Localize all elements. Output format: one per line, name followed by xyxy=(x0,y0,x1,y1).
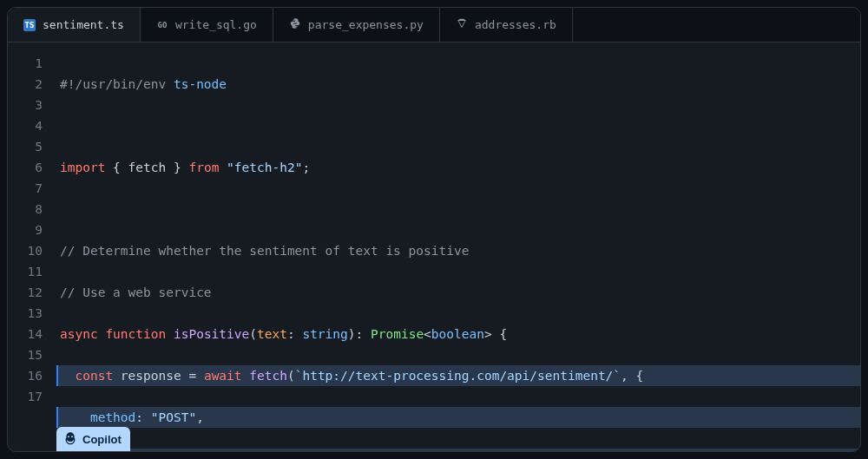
go-icon: GO xyxy=(156,19,168,31)
code-line xyxy=(56,115,860,136)
code-line: body: `text=${text}`, xyxy=(56,449,860,451)
line-number: 11 xyxy=(8,261,43,282)
tab-label: write_sql.go xyxy=(175,18,257,31)
code-line: // Use a web service xyxy=(56,282,860,303)
line-number: 15 xyxy=(8,344,43,365)
line-number: 7 xyxy=(8,178,43,199)
tab-sentiment[interactable]: TS sentiment.ts xyxy=(8,8,141,42)
line-number: 12 xyxy=(8,282,43,303)
line-number: 8 xyxy=(8,199,43,220)
copilot-label: Copilot xyxy=(82,433,122,446)
line-number: 2 xyxy=(8,74,43,95)
line-number: 1 xyxy=(8,53,43,74)
line-number: 6 xyxy=(8,157,43,178)
tab-label: addresses.rb xyxy=(475,18,556,31)
tab-label: sentiment.ts xyxy=(43,18,124,31)
python-icon xyxy=(289,17,301,32)
tab-label: parse_expenses.py xyxy=(308,18,424,31)
code-line xyxy=(56,199,860,220)
line-number: 3 xyxy=(8,95,43,115)
code-line: async function isPositive(text: string):… xyxy=(56,324,860,344)
line-number: 10 xyxy=(8,240,43,261)
tab-parse-expenses[interactable]: parse_expenses.py xyxy=(273,8,440,42)
editor-window: TS sentiment.ts GO write_sql.go parse_ex… xyxy=(7,7,861,452)
line-number: 17 xyxy=(8,386,43,407)
line-number: 16 xyxy=(8,365,43,386)
line-number: 9 xyxy=(8,220,43,240)
code-line: method: "POST", xyxy=(56,407,860,428)
line-number-gutter: 1 2 3 4 5 6 7 8 9 10 11 12 13 14 15 16 1… xyxy=(8,53,56,451)
code-line: // Determine whether the sentiment of te… xyxy=(56,240,860,261)
code-area[interactable]: 1 2 3 4 5 6 7 8 9 10 11 12 13 14 15 16 1… xyxy=(8,43,860,451)
ts-icon: TS xyxy=(23,19,36,31)
line-number: 4 xyxy=(8,115,43,136)
tab-bar: TS sentiment.ts GO write_sql.go parse_ex… xyxy=(8,8,860,43)
code-line: const response = await fetch(`http://tex… xyxy=(56,365,860,386)
copilot-icon xyxy=(63,431,77,448)
code-line: import { fetch } from "fetch-h2"; xyxy=(56,157,860,178)
code-content[interactable]: #!/usr/bin/env ts-node import { fetch } … xyxy=(56,53,860,451)
ruby-icon xyxy=(456,17,468,32)
line-number: 14 xyxy=(8,324,43,344)
tab-addresses[interactable]: addresses.rb xyxy=(440,8,573,42)
copilot-badge[interactable]: Copilot xyxy=(56,427,130,452)
line-number: 5 xyxy=(8,136,43,157)
line-number: 13 xyxy=(8,303,43,324)
tab-write-sql[interactable]: GO write_sql.go xyxy=(141,8,273,42)
code-line: #!/usr/bin/env ts-node xyxy=(56,74,860,95)
